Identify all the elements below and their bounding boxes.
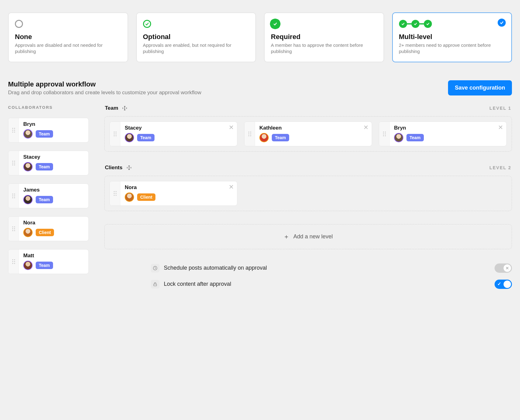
- avatar: [23, 195, 33, 204]
- option-required[interactable]: Required A member has to approve the con…: [264, 12, 384, 62]
- svg-point-15: [14, 195, 15, 196]
- level-name[interactable]: Clients: [105, 165, 123, 171]
- person-name: Nora: [125, 184, 233, 191]
- avatar: [125, 192, 134, 202]
- svg-point-42: [383, 131, 384, 132]
- role-pill: Client: [36, 229, 54, 236]
- remove-person-button[interactable]: ✕: [363, 124, 369, 130]
- lock-icon: [151, 280, 159, 289]
- svg-point-10: [12, 164, 13, 165]
- multi-level-icon: [399, 19, 505, 29]
- option-none[interactable]: None Approvals are disabled and not need…: [8, 12, 128, 62]
- svg-point-13: [14, 193, 15, 194]
- svg-point-29: [14, 263, 15, 264]
- optional-icon: [143, 19, 249, 29]
- svg-point-17: [14, 197, 15, 198]
- toggle-schedule-switch[interactable]: [495, 263, 512, 273]
- svg-point-38: [248, 133, 249, 134]
- drag-handle-icon[interactable]: [110, 122, 120, 146]
- person-card[interactable]: Stacey Team ✕: [110, 122, 237, 146]
- person-card[interactable]: Matt Team: [8, 249, 89, 274]
- svg-point-47: [385, 135, 386, 136]
- drag-handle-icon[interactable]: [110, 181, 120, 206]
- person-card[interactable]: Bryn Team ✕: [379, 122, 507, 146]
- remove-person-button[interactable]: ✕: [229, 124, 234, 130]
- person-card[interactable]: James Team: [8, 183, 89, 208]
- avatar: [23, 162, 33, 171]
- avatar: [394, 133, 403, 142]
- svg-point-2: [12, 130, 13, 130]
- drag-handle-icon[interactable]: [8, 118, 19, 142]
- toggle-lock: Lock content after approval: [151, 280, 512, 289]
- approval-mode-options: None Approvals are disabled and not need…: [8, 12, 512, 62]
- role-pill: Client: [137, 193, 155, 201]
- option-multi-level[interactable]: Multi-level 2+ members need to approve c…: [392, 12, 512, 62]
- person-card[interactable]: Nora Client ✕: [110, 181, 237, 206]
- level-drop-zone[interactable]: Nora Client ✕: [104, 176, 512, 211]
- role-pill: Team: [36, 130, 53, 138]
- drag-handle-icon[interactable]: [8, 151, 19, 175]
- svg-point-21: [14, 228, 15, 229]
- drag-handle-icon[interactable]: [8, 250, 19, 274]
- required-icon: [271, 19, 377, 29]
- svg-point-0: [12, 128, 13, 129]
- toggle-schedule: Schedule posts automatically on approval: [151, 263, 512, 273]
- svg-point-9: [14, 162, 15, 163]
- svg-point-39: [250, 133, 251, 134]
- option-title: Multi-level: [399, 33, 505, 41]
- level-block: Team LEVEL 1 Stacey Team ✕ Kathleen Team: [104, 105, 512, 152]
- workflow-header: Multiple approval workflow Drag and drop…: [8, 80, 512, 96]
- svg-point-8: [12, 162, 13, 163]
- level-tag: LEVEL 2: [489, 165, 511, 170]
- drag-handle-icon[interactable]: [379, 122, 390, 146]
- svg-point-19: [14, 226, 15, 227]
- level-drop-zone[interactable]: Stacey Team ✕ Kathleen Team ✕ Bryn Team: [104, 116, 512, 152]
- role-pill: Team: [36, 196, 53, 203]
- person-card[interactable]: Bryn Team: [8, 118, 89, 143]
- rename-icon[interactable]: [126, 165, 132, 170]
- person-name: Kathleen: [259, 125, 367, 131]
- workflow-subheading: Drag and drop collaborators and create l…: [8, 90, 201, 96]
- person-card[interactable]: Nora Client: [8, 216, 89, 241]
- drag-handle-icon[interactable]: [8, 184, 19, 208]
- avatar: [23, 228, 33, 237]
- avatar: [125, 133, 134, 142]
- toggle-label: Lock content after approval: [164, 281, 231, 287]
- level-name[interactable]: Team: [105, 105, 118, 111]
- svg-point-23: [14, 230, 15, 231]
- svg-point-53: [115, 195, 116, 196]
- svg-point-41: [250, 135, 251, 136]
- save-configuration-button[interactable]: Save configuration: [448, 80, 512, 95]
- toggle-lock-switch[interactable]: [495, 280, 512, 289]
- collaborators-panel: COLLABORATORS Bryn Team Stacey Team Jame…: [8, 105, 89, 274]
- add-level-label: Add a new level: [293, 233, 333, 240]
- toggles: Schedule posts automatically on approval…: [104, 263, 512, 289]
- svg-point-31: [115, 131, 116, 132]
- svg-point-32: [114, 133, 114, 134]
- add-level-button[interactable]: ＋ Add a new level: [104, 224, 512, 249]
- svg-point-30: [114, 131, 114, 132]
- clock-icon: [151, 264, 159, 272]
- svg-point-40: [248, 135, 249, 136]
- svg-point-33: [115, 133, 116, 134]
- remove-person-button[interactable]: ✕: [498, 124, 503, 130]
- svg-point-35: [115, 135, 116, 136]
- option-desc: Approvals are enabled, but not required …: [143, 42, 249, 55]
- svg-point-46: [383, 135, 384, 136]
- svg-point-52: [114, 195, 114, 196]
- drag-handle-icon[interactable]: [244, 122, 255, 146]
- option-optional[interactable]: Optional Approvals are enabled, but not …: [136, 12, 256, 62]
- level-block: Clients LEVEL 2 Nora Client ✕: [104, 165, 512, 211]
- person-card[interactable]: Stacey Team: [8, 151, 89, 175]
- svg-rect-55: [154, 284, 156, 286]
- role-pill: Team: [36, 262, 53, 269]
- person-name: Stacey: [125, 125, 233, 131]
- rename-icon[interactable]: [122, 105, 128, 111]
- svg-point-24: [12, 259, 13, 260]
- drag-handle-icon[interactable]: [8, 217, 19, 241]
- svg-point-25: [14, 259, 15, 260]
- remove-person-button[interactable]: ✕: [229, 184, 234, 190]
- svg-point-18: [12, 226, 13, 227]
- person-card[interactable]: Kathleen Team ✕: [244, 122, 372, 146]
- person-name: Matt: [23, 253, 84, 259]
